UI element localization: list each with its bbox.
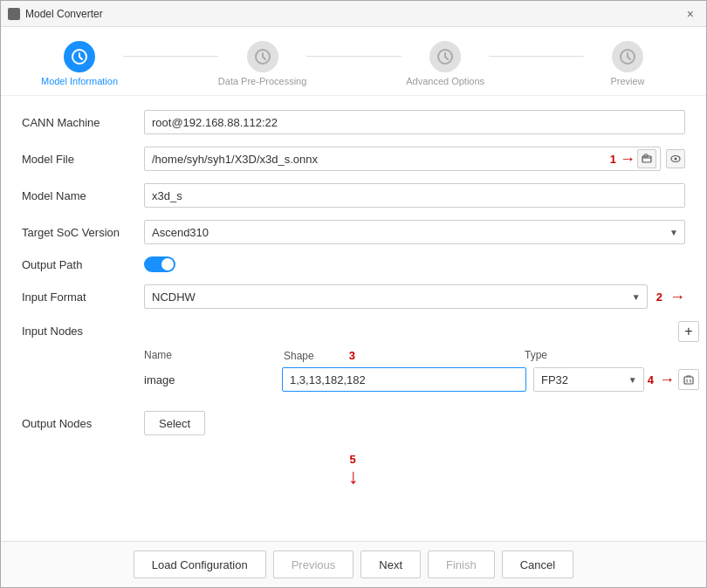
model-file-browse-button[interactable] bbox=[637, 149, 656, 168]
step1-icon bbox=[64, 41, 95, 72]
form-content: CANN Machine Model File 1 → bbox=[1, 96, 706, 541]
footer: Load Configuration Previous Next Finish … bbox=[1, 541, 706, 587]
cann-machine-row: CANN Machine bbox=[22, 110, 685, 134]
arrow-right-4: → bbox=[659, 371, 675, 389]
title-bar-left: Model Converter bbox=[8, 8, 103, 20]
step4-label: Preview bbox=[610, 76, 644, 86]
model-file-row: Model File 1 → bbox=[22, 147, 685, 171]
steps-header: Model Information Data Pre-Processing Ad bbox=[1, 27, 706, 96]
model-file-input-wrapper: 1 → bbox=[144, 147, 661, 171]
step-data-preprocessing[interactable]: Data Pre-Processing bbox=[218, 41, 307, 86]
cann-machine-input[interactable] bbox=[144, 110, 685, 134]
node-type-select[interactable]: FP32 FP16 INT8 UINT8 bbox=[533, 367, 644, 392]
connector-3 bbox=[489, 56, 584, 57]
step2-label: Data Pre-Processing bbox=[218, 76, 307, 86]
connector-1 bbox=[123, 56, 218, 57]
node-type-select-wrapper: FP32 FP16 INT8 UINT8 ▼ bbox=[533, 367, 644, 392]
annotation-5-area: 5 ↓ bbox=[22, 453, 685, 487]
output-path-toggle[interactable] bbox=[144, 256, 175, 272]
target-soc-label: Target SoC Version bbox=[22, 226, 144, 239]
output-nodes-row: Output Nodes Select bbox=[22, 411, 685, 435]
target-soc-select[interactable]: Ascend310 Ascend910 Ascend310P bbox=[144, 220, 685, 244]
input-nodes-content: + Name Shape3 Type image bbox=[144, 321, 699, 399]
input-format-row: Input Format NCDHW NCHW NHWC ND ▼ 2 → bbox=[22, 284, 685, 309]
target-soc-row: Target SoC Version Ascend310 Ascend910 A… bbox=[22, 220, 685, 244]
step-advanced-options[interactable]: Advanced Options bbox=[402, 41, 489, 86]
app-icon bbox=[8, 8, 20, 20]
output-path-control bbox=[144, 256, 685, 272]
cancel-button[interactable]: Cancel bbox=[502, 550, 573, 578]
annotation-4: 4 bbox=[648, 373, 654, 386]
annotation-3: 3 bbox=[349, 349, 355, 362]
input-format-label: Input Format bbox=[22, 291, 144, 304]
input-format-select[interactable]: NCDHW NCHW NHWC ND bbox=[144, 284, 648, 309]
title-bar: Model Converter × bbox=[1, 1, 706, 27]
previous-button[interactable]: Previous bbox=[273, 550, 354, 578]
col-type-header: Type bbox=[525, 349, 699, 362]
step2-icon bbox=[247, 41, 278, 72]
col-shape-header: Shape3 bbox=[284, 349, 525, 362]
add-node-button[interactable]: + bbox=[678, 321, 699, 342]
annotation-5: 5 ↓ bbox=[348, 453, 359, 487]
output-path-row: Output Path bbox=[22, 256, 685, 272]
delete-node-button[interactable] bbox=[678, 369, 699, 390]
model-name-row: Model Name bbox=[22, 183, 685, 208]
svg-rect-8 bbox=[684, 377, 693, 384]
cann-machine-control bbox=[144, 110, 685, 134]
arrow-right-2: → bbox=[669, 288, 685, 306]
target-soc-select-wrapper: Ascend310 Ascend910 Ascend310P ▼ bbox=[144, 220, 685, 244]
node-column-headers: Name Shape3 Type bbox=[144, 349, 699, 362]
model-file-control: 1 → bbox=[144, 147, 685, 171]
model-name-control bbox=[144, 183, 685, 208]
step-model-information[interactable]: Model Information bbox=[36, 41, 123, 86]
output-nodes-label: Output Nodes bbox=[22, 417, 144, 430]
load-config-button[interactable]: Load Configuration bbox=[134, 550, 266, 578]
input-nodes-label: Input Nodes bbox=[22, 321, 144, 338]
model-name-input[interactable] bbox=[144, 183, 685, 208]
step-preview[interactable]: Preview bbox=[584, 41, 671, 86]
output-nodes-control: Select bbox=[144, 411, 685, 435]
step3-icon bbox=[429, 41, 461, 72]
close-button[interactable]: × bbox=[682, 5, 699, 23]
step1-label: Model Information bbox=[41, 76, 118, 86]
node-shape-input[interactable] bbox=[282, 367, 526, 392]
annotation-2: 2 bbox=[656, 291, 662, 304]
output-path-label: Output Path bbox=[22, 258, 144, 271]
model-file-actions: 1 → bbox=[610, 149, 660, 168]
col-name-header: Name bbox=[144, 349, 284, 362]
connector-2 bbox=[306, 56, 402, 57]
step3-label: Advanced Options bbox=[406, 76, 484, 86]
model-file-input[interactable] bbox=[145, 147, 610, 170]
node-type-field: FP32 FP16 INT8 UINT8 ▼ 4 → bbox=[533, 367, 699, 392]
node-name-label: image bbox=[144, 373, 275, 386]
arrow-right-1: → bbox=[620, 150, 635, 168]
model-file-label: Model File bbox=[22, 153, 144, 166]
input-format-control: NCDHW NCHW NHWC ND ▼ 2 → bbox=[144, 284, 685, 309]
node-shape-field bbox=[282, 367, 526, 392]
model-name-label: Model Name bbox=[22, 189, 144, 202]
model-converter-window: Model Converter × Model Information bbox=[0, 0, 707, 588]
finish-button[interactable]: Finish bbox=[428, 550, 495, 578]
model-file-eye-button[interactable] bbox=[666, 149, 685, 168]
step4-icon bbox=[612, 41, 643, 72]
target-soc-control: Ascend310 Ascend910 Ascend310P ▼ bbox=[144, 220, 685, 244]
svg-point-7 bbox=[675, 158, 677, 161]
toggle-knob bbox=[161, 258, 174, 270]
output-nodes-select-button[interactable]: Select bbox=[144, 411, 205, 435]
annotation-1: 1 bbox=[610, 153, 616, 166]
cann-machine-label: CANN Machine bbox=[22, 116, 144, 129]
node-row-image: image FP32 FP16 INT8 UINT8 ▼ bbox=[144, 367, 699, 392]
arrow-down-5: ↓ bbox=[348, 466, 359, 487]
next-button[interactable]: Next bbox=[360, 550, 421, 578]
input-format-select-wrapper: NCDHW NCHW NHWC ND ▼ bbox=[144, 284, 648, 309]
input-nodes-row: Input Nodes + Name Shape3 Type image bbox=[22, 321, 685, 399]
window-title: Model Converter bbox=[25, 8, 103, 20]
